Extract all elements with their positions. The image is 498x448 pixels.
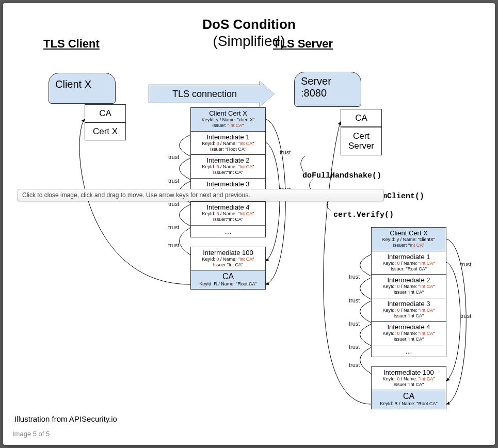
chain2-root-ca: CA KeyId: R / Name: "Root CA" [371,390,446,409]
client-ca-box: CA [85,104,126,122]
server-node: Server :8080 [294,72,361,107]
chain2-int2: Intermediate 2 KeyId: 0 / Name: "Int CA"… [371,275,446,298]
chain2-int4: Intermediate 4 KeyId: 0 / Name: "Int CA"… [371,322,446,345]
chain1-int4: Intermediate 4 KeyId: 0 / Name: "Int CA"… [190,202,266,226]
trust-label: trust [460,313,471,319]
tls-connection-arrow: TLS connection [149,85,275,103]
trust-label: trust [168,178,179,184]
chain2-int3: Intermediate 3 KeyId: 0 / Name: "Int CA"… [371,298,446,322]
trust-label: trust [168,224,179,230]
trust-label: trust [349,344,360,350]
func-certVerify: cert.Verify() [333,211,394,219]
heading-tls-server: TLS Server [273,37,333,51]
trust-label: trust [349,362,360,368]
server-ca-box: CA [341,109,382,127]
chain2-int1: Intermediate 1 KeyId: 0 / Name: "Int CA"… [371,251,446,275]
image-lightbox[interactable]: DoS Condition (Simplified) TLS Client TL… [3,3,495,445]
diagram-title: DoS Condition [202,17,296,33]
chain1-root-ca: CA KeyId: R / Name: "Root CA" [190,270,266,290]
server-cert-line1: Cert [353,132,370,141]
heading-tls-client: TLS Client [43,37,100,51]
server-cert-box: Cert Server [341,127,382,155]
chain1-int2: Intermediate 2 KeyId: 0 / Name: "Int CA"… [190,155,266,179]
image-counter: Image 5 of 5 [12,430,50,438]
chain2-ellipsis: … [371,345,446,357]
tls-arrow-label: TLS connection [149,85,260,103]
chain1-ellipsis: … [190,226,266,237]
chain1-client-cert: Client Cert X KeyId: y / Name: "clientX"… [190,107,266,132]
trust-label: trust [168,242,179,248]
chain2-client-cert: Client Cert X KeyId: y / Name: "clientX"… [371,227,446,251]
client-cert-box: Cert X [85,122,126,140]
trust-label: trust [349,274,360,280]
func-doFullHandshake: doFullHandshake() [302,171,381,180]
server-label-line2: :8080 [301,87,361,99]
chain1-int1: Intermediate 1 KeyId: 0 / Name: "Int CA"… [190,132,266,155]
illustration-attribution: Illustration from APISecurity.io [14,414,117,423]
lightbox-help-tooltip: Click to close image, click and drag to … [18,189,384,201]
trust-label: trust [460,261,471,267]
trust-label: trust [168,154,179,160]
trust-label: trust [280,149,291,155]
trust-label: trust [168,201,179,207]
server-cert-line2: Server [348,141,374,151]
trust-label: trust [349,321,360,327]
diagram-canvas: DoS Condition (Simplified) TLS Client TL… [3,3,495,445]
client-node: Client X [49,73,116,104]
server-label-line1: Server [301,75,361,87]
trust-label: trust [349,297,360,303]
chain1-int100: Intermediate 100 KeyId: 0 / Name: "Int C… [190,247,266,271]
chain2-int100: Intermediate 100 KeyId: 0 / Name: "Int C… [371,366,446,391]
server-verify-chain: Client Cert X KeyId: y / Name: "clientX"… [371,227,446,409]
